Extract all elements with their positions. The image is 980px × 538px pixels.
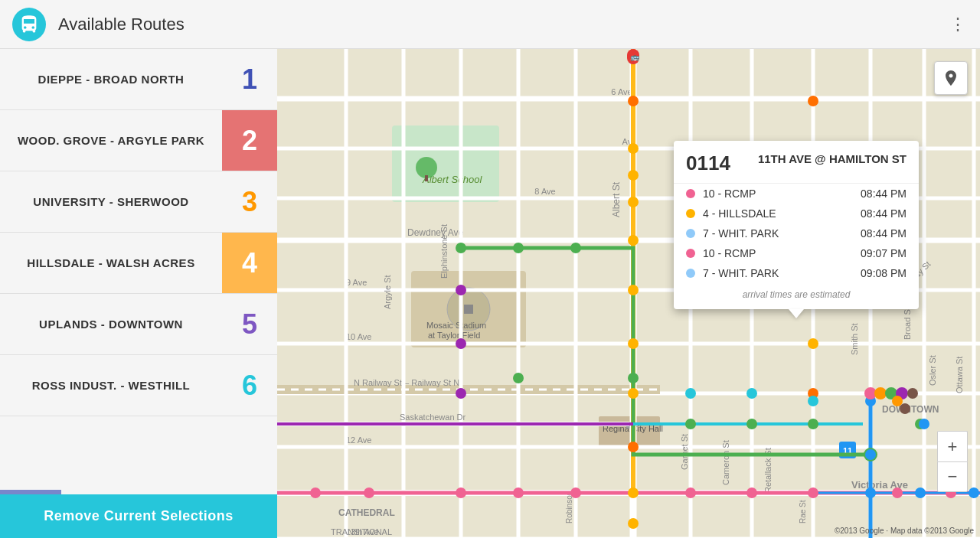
svg-point-69 xyxy=(628,96,639,106)
arrival-route-label: 10 - RCMP xyxy=(703,247,861,259)
svg-point-97 xyxy=(808,419,818,429)
svg-text:10 Ave: 10 Ave xyxy=(346,332,371,341)
svg-point-120 xyxy=(808,338,818,349)
svg-point-93 xyxy=(513,373,524,383)
arrival-route-label: 4 - HILLSDALE xyxy=(703,207,861,220)
arrival-time: 08:44 PM xyxy=(861,207,906,220)
svg-point-105 xyxy=(919,419,929,429)
svg-point-75 xyxy=(628,338,639,349)
zoom-in-button[interactable]: + xyxy=(937,431,968,461)
svg-text:Albert St: Albert St xyxy=(611,181,622,217)
arrival-row: 10 - RCMP08:44 PM xyxy=(674,184,919,204)
svg-text:Osler St: Osler St xyxy=(928,355,937,386)
svg-text:Rae St: Rae St xyxy=(799,500,807,523)
location-icon xyxy=(942,69,960,87)
main-layout: DIEPPE - BROAD NORTH1WOOD. GROVE - ARGYL… xyxy=(0,49,980,538)
arrival-time: 08:44 PM xyxy=(861,227,906,240)
app-title: Available Routes xyxy=(58,15,185,34)
svg-point-81 xyxy=(364,487,374,498)
remove-selections-button[interactable]: Remove Current Selections xyxy=(0,494,277,538)
svg-text:Garnet St: Garnet St xyxy=(680,434,689,470)
route-item-3[interactable]: UNIVERSITY - SHERWOOD3 xyxy=(0,171,277,233)
svg-text:Elphinstone St: Elphinstone St xyxy=(439,224,449,279)
zoom-out-button[interactable]: − xyxy=(937,461,968,492)
svg-point-76 xyxy=(628,388,639,399)
arrival-row: 7 - WHIT. PARK08:44 PM xyxy=(674,223,919,243)
popup-tail xyxy=(789,309,804,318)
arrival-route-label: 10 - RCMP xyxy=(703,187,861,200)
arrival-route-label: 7 - WHIT. PARK xyxy=(703,267,861,279)
route-label: HILLSDALE - WALSH ACRES xyxy=(0,233,222,293)
route-item-5[interactable]: UPLANDS - DOWNTOWN5 xyxy=(0,294,277,355)
route-item-2[interactable]: WOOD. GROVE - ARGYLE PARK2 xyxy=(0,110,277,171)
route-label: ROSS INDUST. - WESTHILL xyxy=(0,355,222,416)
arrival-row: 4 - HILLSDALE08:44 PM xyxy=(674,204,919,223)
arrival-time: 09:08 PM xyxy=(861,267,906,279)
app-header: Available Routes ⋮ xyxy=(0,0,980,49)
zoom-controls: + − xyxy=(937,431,968,492)
map-area: Albert School Mosaic Stadium at Taylor F… xyxy=(277,49,980,538)
svg-point-78 xyxy=(628,487,639,498)
arrival-popup: 0114 11TH AVE @ HAMILTON ST 10 - RCMP08:… xyxy=(674,141,919,309)
route-item-6[interactable]: ROSS INDUST. - WESTHILL6 xyxy=(0,355,277,416)
svg-point-103 xyxy=(915,487,926,498)
svg-point-4 xyxy=(416,157,437,178)
svg-point-122 xyxy=(456,285,466,295)
svg-point-92 xyxy=(570,243,581,253)
arrival-dot xyxy=(686,209,695,218)
route-number: 2 xyxy=(222,110,277,171)
route-number: 1 xyxy=(222,49,277,109)
popup-route-name: 11TH AVE @ HAMILTON ST xyxy=(738,152,906,167)
svg-point-101 xyxy=(865,449,876,460)
route-item-4[interactable]: HILLSDALE - WALSH ACRES4 xyxy=(0,233,277,294)
arrival-time: 08:44 PM xyxy=(861,187,906,200)
svg-point-94 xyxy=(628,373,639,383)
svg-text:12 Ave: 12 Ave xyxy=(346,435,371,445)
svg-point-82 xyxy=(456,487,466,498)
svg-text:N Railway St – Railway St N: N Railway St – Railway St N xyxy=(354,378,459,387)
svg-point-79 xyxy=(628,518,639,529)
svg-point-77 xyxy=(628,442,639,452)
svg-point-125 xyxy=(685,388,696,399)
arrival-dot xyxy=(686,249,695,258)
svg-point-126 xyxy=(746,388,757,399)
svg-point-71 xyxy=(628,170,639,181)
svg-point-90 xyxy=(456,243,466,253)
route-list: DIEPPE - BROAD NORTH1WOOD. GROVE - ARGYL… xyxy=(0,49,277,490)
location-button[interactable] xyxy=(934,61,968,95)
svg-point-83 xyxy=(513,487,524,498)
svg-point-128 xyxy=(892,396,903,406)
bus-icon xyxy=(18,14,40,35)
route-label: UPLANDS - DOWNTOWN xyxy=(0,294,222,354)
svg-text:9 Ave: 9 Ave xyxy=(346,278,367,287)
svg-rect-8 xyxy=(464,305,473,314)
svg-point-70 xyxy=(628,143,639,154)
svg-text:TRANSITIONAL: TRANSITIONAL xyxy=(331,527,392,536)
svg-point-85 xyxy=(685,487,696,498)
svg-text:Argyle St: Argyle St xyxy=(383,275,392,309)
svg-point-80 xyxy=(310,487,321,498)
popup-route-number: 0114 xyxy=(686,152,730,175)
svg-point-73 xyxy=(628,235,639,246)
route-label: DIEPPE - BROAD NORTH xyxy=(0,49,222,109)
svg-point-115 xyxy=(808,96,818,106)
arrival-time: 09:07 PM xyxy=(861,247,906,259)
sidebar: DIEPPE - BROAD NORTH1WOOD. GROVE - ARGYL… xyxy=(0,49,277,538)
svg-point-88 xyxy=(892,487,903,498)
svg-text:at Taylor Field: at Taylor Field xyxy=(428,331,480,340)
route-label: UNIVERSITY - SHERWOOD xyxy=(0,171,222,232)
svg-text:Broad St: Broad St xyxy=(903,307,912,340)
route-number: 6 xyxy=(222,355,277,416)
svg-text:DOWNTOWN: DOWNTOWN xyxy=(882,404,939,415)
svg-text:Smith St: Smith St xyxy=(850,323,859,355)
popup-footer: arrival times are estimated xyxy=(674,283,919,309)
route-number: 3 xyxy=(222,171,277,232)
route-item-1[interactable]: DIEPPE - BROAD NORTH1 xyxy=(0,49,277,110)
route-number: 5 xyxy=(222,294,277,354)
svg-point-74 xyxy=(628,285,639,295)
svg-text:Dewdney Ave: Dewdney Ave xyxy=(407,227,463,238)
svg-point-84 xyxy=(570,487,581,498)
overflow-menu-button[interactable]: ⋮ xyxy=(949,15,968,34)
svg-point-110 xyxy=(907,388,918,399)
svg-point-124 xyxy=(456,388,466,399)
